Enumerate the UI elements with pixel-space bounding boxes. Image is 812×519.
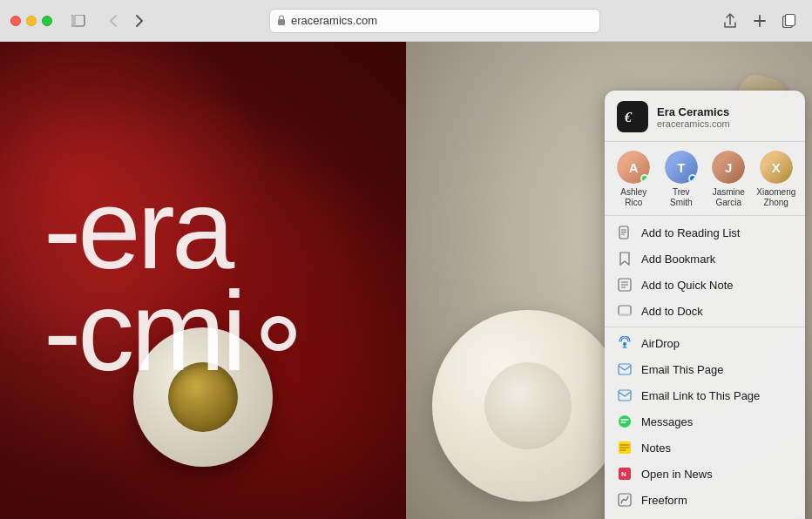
freeform-label: Freeform	[641, 494, 687, 507]
site-name: Era Ceramics	[657, 105, 730, 118]
svg-rect-1	[71, 15, 76, 26]
contact-name-jasmine: JasmineGarcia	[713, 187, 745, 208]
quick-note-icon	[617, 277, 633, 293]
menu-item-news[interactable]: N Open in News	[605, 461, 805, 487]
reading-list-icon	[617, 225, 633, 240]
menu-item-quick-note[interactable]: Add to Quick Note	[605, 272, 805, 298]
contact-name-ashley: AshleyRico	[620, 187, 646, 208]
svg-rect-16	[619, 364, 631, 374]
messages-icon	[617, 414, 633, 429]
bookmark-icon	[617, 251, 633, 266]
freeform-icon	[617, 492, 633, 508]
contact-name-xiaomeng: XiaomengZhong	[756, 187, 795, 208]
contact-avatar-jasmine: J	[712, 151, 745, 184]
share-menu-header: € Era Ceramics eraceramics.com	[605, 91, 805, 142]
contact-xiaomeng[interactable]: X XiaomengZhong	[755, 151, 797, 208]
add-to-dock-label: Add to Dock	[641, 305, 703, 318]
contact-trev[interactable]: T TrevSmith	[660, 151, 702, 208]
sidebar-toggle-button[interactable]	[66, 11, 91, 30]
email-page-label: Email This Page	[641, 363, 723, 376]
maximize-button[interactable]	[42, 16, 52, 26]
notes-label: Notes	[641, 441, 671, 455]
menu-item-reminders[interactable]: Reminders	[605, 513, 805, 519]
svg-rect-12	[619, 313, 631, 316]
quick-note-label: Add to Quick Note	[641, 279, 734, 292]
messages-label: Messages	[641, 415, 693, 428]
share-menu: € Era Ceramics eraceramics.com A AshleyR…	[605, 91, 805, 519]
reading-list-label: Add to Reading List	[641, 226, 740, 239]
email-link-label: Email Link to This Page	[641, 389, 760, 402]
traffic-lights	[10, 16, 52, 26]
bg-left	[0, 42, 406, 519]
svg-rect-4	[786, 14, 795, 25]
status-dot-trev	[688, 174, 697, 183]
email-link-icon	[617, 388, 633, 403]
dock-icon	[617, 303, 633, 319]
contact-name-trev: TrevSmith	[670, 187, 693, 208]
plate-right	[432, 310, 624, 502]
menu-item-email-link[interactable]: Email Link to This Page	[605, 382, 805, 408]
contact-avatar-trev: T	[665, 151, 698, 184]
airdrop-label: AirDrop	[641, 337, 680, 350]
contact-avatar-xiaomeng: X	[760, 151, 793, 184]
menu-item-add-to-dock[interactable]: Add to Dock	[605, 298, 805, 324]
menu-item-notes[interactable]: Notes	[605, 435, 805, 461]
svg-text:€: €	[624, 110, 633, 125]
page-content: -era -cmi∘ € Era Ceramics eraceramics.co…	[0, 42, 812, 519]
new-tab-button[interactable]	[748, 9, 772, 33]
bookmark-label: Add Bookmark	[641, 253, 715, 266]
email-page-icon	[617, 361, 633, 377]
svg-point-13	[623, 342, 626, 346]
menu-item-messages[interactable]: Messages	[605, 408, 805, 435]
site-url-label: eraceramics.com	[657, 118, 730, 129]
menu-items: Add to Reading List Add Bookmark Add to …	[605, 216, 805, 519]
share-button[interactable]	[718, 9, 742, 33]
forward-button[interactable]	[127, 9, 152, 33]
browser-toolbar: eraceramics.com	[0, 0, 812, 42]
contact-jasmine[interactable]: J JasmineGarcia	[707, 151, 749, 208]
news-icon: N	[617, 466, 633, 482]
news-label: Open in News	[641, 468, 713, 481]
status-dot-ashley	[640, 174, 649, 183]
url-text: eraceramics.com	[291, 14, 377, 27]
svg-text:N: N	[621, 470, 626, 478]
back-button[interactable]	[101, 9, 125, 33]
menu-item-airdrop[interactable]: AirDrop	[605, 330, 805, 356]
address-bar[interactable]: eraceramics.com	[269, 9, 600, 33]
site-icon: €	[617, 101, 648, 132]
tab-overview-button[interactable]	[777, 9, 802, 33]
contacts-row: A AshleyRico T TrevSmith J Jasmin	[605, 142, 805, 216]
menu-item-email-page[interactable]: Email This Page	[605, 356, 805, 382]
notes-icon	[617, 440, 633, 455]
svg-rect-17	[619, 390, 631, 401]
svg-point-18	[619, 415, 631, 428]
menu-divider-1	[605, 327, 805, 327]
lock-icon	[277, 15, 286, 27]
plate-left	[133, 327, 273, 467]
minimize-button[interactable]	[26, 16, 37, 26]
contact-avatar-ashley: A	[617, 151, 650, 184]
contact-ashley[interactable]: A AshleyRico	[612, 151, 654, 208]
close-button[interactable]	[10, 16, 21, 26]
menu-item-freeform[interactable]: Freeform	[605, 487, 805, 513]
airdrop-icon	[617, 335, 633, 351]
menu-item-reading-list[interactable]: Add to Reading List	[605, 219, 805, 246]
svg-rect-2	[278, 19, 285, 25]
menu-item-bookmark[interactable]: Add Bookmark	[605, 246, 805, 272]
